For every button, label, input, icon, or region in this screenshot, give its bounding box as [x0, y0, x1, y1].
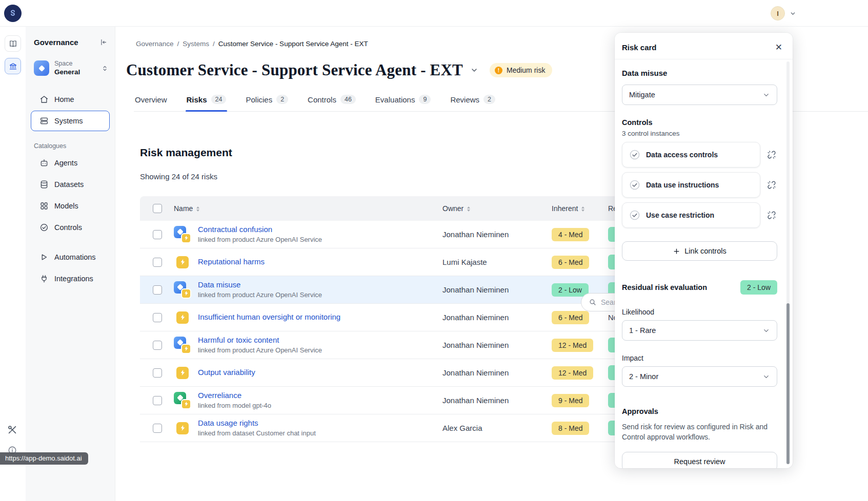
space-selector[interactable]: Space General	[34, 60, 109, 77]
risk-name-link[interactable]: Data misuse	[198, 280, 322, 290]
risk-card-title: Risk card	[622, 43, 657, 52]
column-header-inherent[interactable]: Inherent	[552, 204, 608, 213]
chevron-down-icon	[762, 327, 770, 335]
risk-bolt-icon	[181, 344, 191, 354]
breadcrumb-item[interactable]: Systems	[183, 40, 209, 48]
sidebar-item-home[interactable]: Home	[31, 89, 110, 110]
control-card[interactable]: Data use instructions	[622, 172, 760, 198]
sidebar-item-label: Models	[54, 202, 78, 210]
request-review-label: Request review	[674, 457, 725, 466]
impact-select[interactable]: 2 - Minor	[622, 366, 777, 387]
unlink-icon[interactable]	[766, 179, 777, 191]
row-checkbox[interactable]	[153, 285, 162, 295]
sidebar: Governance Space General Home Systems Ca…	[26, 27, 115, 501]
risk-owner: Jonathan Nieminen	[442, 368, 552, 377]
sidebar-item-models[interactable]: Models	[31, 196, 110, 216]
bank-icon	[9, 62, 17, 71]
sidebar-item-systems[interactable]: Systems	[31, 111, 110, 131]
close-icon[interactable]: ✕	[775, 43, 782, 52]
sort-icon[interactable]	[467, 206, 470, 212]
plus-icon	[673, 247, 680, 255]
sidebar-item-label: Home	[54, 95, 74, 103]
risk-icon-cluster	[174, 254, 191, 271]
sidebar-item-label: Integrations	[54, 275, 93, 283]
likelihood-select[interactable]: 1 - Rare	[622, 320, 777, 341]
row-checkbox[interactable]	[153, 230, 162, 239]
risk-name-link[interactable]: Output variability	[198, 368, 255, 378]
breadcrumb-item[interactable]: Governance	[136, 40, 174, 48]
title-chevron-icon[interactable]	[470, 66, 478, 74]
unlink-icon[interactable]	[766, 210, 777, 221]
space-switch-icon	[101, 65, 109, 72]
sidebar-item-integrations[interactable]: Integrations	[31, 268, 110, 289]
row-checkbox[interactable]	[153, 396, 162, 405]
panel-scrollbar-thumb[interactable]	[786, 303, 790, 464]
inherent-risk-badge: 9 - Med	[552, 394, 589, 407]
control-card[interactable]: Data access controls	[622, 142, 760, 168]
risk-icon-cluster	[174, 392, 191, 409]
app-logo[interactable]	[4, 5, 22, 22]
sidebar-item-automations[interactable]: Automations	[31, 247, 110, 267]
risk-name-link[interactable]: Contractual confusion	[198, 225, 322, 235]
risk-owner: Jonathan Nieminen	[442, 313, 552, 322]
risk-linked-from: linked from model gpt-4o	[198, 402, 271, 410]
check-circle-icon	[629, 179, 640, 191]
collapse-sidebar-icon[interactable]	[99, 38, 108, 47]
link-controls-button[interactable]: Link controls	[622, 241, 777, 261]
treatment-select[interactable]: Mitigate	[622, 85, 777, 105]
unlink-icon[interactable]	[766, 149, 777, 160]
risk-name-link[interactable]: Data usage rights	[198, 419, 316, 428]
risk-icon-cluster	[174, 420, 191, 437]
tab-evaluations[interactable]: Evaluations 9	[374, 92, 432, 111]
row-checkbox[interactable]	[153, 313, 162, 322]
control-card[interactable]: Use case restriction	[622, 202, 760, 228]
risk-linked-from: linked from product Azure OpenAI Service	[198, 346, 322, 354]
space-label: Space	[54, 60, 96, 68]
inherent-risk-badge: 4 - Med	[552, 228, 589, 241]
tab-risks[interactable]: Risks 24	[186, 92, 228, 111]
home-icon	[39, 95, 49, 104]
risk-bolt-icon	[181, 288, 191, 299]
row-checkbox[interactable]	[153, 258, 162, 267]
tab-policies[interactable]: Policies 2	[245, 92, 289, 111]
sort-icon[interactable]	[196, 206, 199, 212]
chevron-down-icon	[762, 91, 770, 99]
datasets-icon	[39, 180, 49, 189]
risk-bolt-icon	[176, 367, 189, 379]
residual-evaluation-label: Residual risk evaluation	[622, 283, 707, 291]
user-menu-chevron-icon[interactable]	[790, 10, 796, 17]
tab-overview[interactable]: Overview	[134, 92, 168, 111]
column-header-name[interactable]: Name	[174, 204, 442, 213]
risk-name-link[interactable]: Insufficient human oversight or monitori…	[198, 312, 340, 322]
tab-reviews[interactable]: Reviews 2	[449, 92, 496, 111]
inherent-risk-badge: 12 - Med	[552, 339, 593, 352]
row-checkbox[interactable]	[153, 341, 162, 350]
risk-name-link[interactable]: Harmful or toxic content	[198, 336, 322, 345]
row-checkbox[interactable]	[153, 368, 162, 378]
search-icon	[589, 298, 597, 306]
impact-value: 2 - Minor	[629, 372, 658, 381]
request-review-button[interactable]: Request review	[622, 452, 777, 468]
governance-button[interactable]	[5, 58, 21, 74]
icon-rail	[0, 27, 26, 501]
tab-controls[interactable]: Controls 46	[307, 92, 357, 111]
space-icon	[34, 60, 49, 76]
sidebar-item-controls[interactable]: Controls	[31, 217, 110, 238]
user-avatar[interactable]: I	[771, 6, 785, 20]
panel-scrollbar[interactable]	[786, 61, 790, 464]
controls-label: Controls	[622, 118, 777, 127]
risk-name-link[interactable]: Reputational harms	[198, 257, 265, 267]
risk-owner: Alex Garcia	[442, 424, 552, 432]
space-value: General	[54, 68, 96, 77]
sort-icon[interactable]	[581, 206, 584, 212]
risk-name-link[interactable]: Overreliance	[198, 391, 271, 401]
sidebar-item-agents[interactable]: Agents	[31, 153, 110, 173]
sidebar-item-datasets[interactable]: Datasets	[31, 174, 110, 195]
inherent-risk-badge: 6 - Med	[552, 311, 589, 324]
column-header-owner[interactable]: Owner	[442, 204, 552, 213]
library-button[interactable]	[5, 35, 21, 52]
select-all-checkbox[interactable]	[153, 204, 162, 213]
row-checkbox[interactable]	[153, 424, 162, 433]
impact-label: Impact	[622, 354, 777, 362]
tools-button[interactable]	[7, 424, 18, 435]
